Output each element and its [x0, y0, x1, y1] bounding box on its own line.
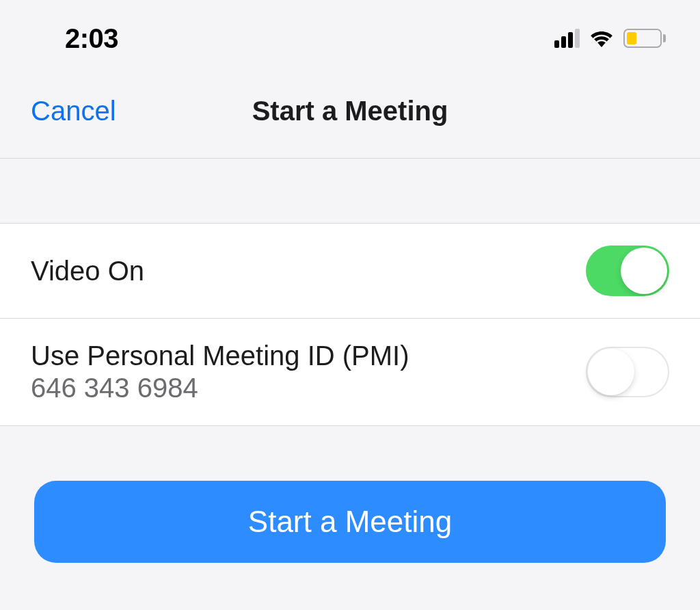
cellular-signal-icon — [554, 29, 580, 48]
nav-header: Cancel Start a Meeting — [0, 68, 700, 159]
cancel-button[interactable]: Cancel — [31, 96, 116, 127]
video-on-toggle[interactable] — [586, 246, 669, 296]
start-meeting-button[interactable]: Start a Meeting — [34, 481, 666, 563]
status-icons — [554, 27, 666, 50]
section-spacer — [0, 159, 700, 224]
wifi-icon — [588, 27, 615, 50]
status-bar: 2:03 — [0, 0, 700, 68]
action-container: Start a Meeting — [0, 426, 700, 563]
video-on-label: Video On — [31, 256, 144, 287]
pmi-row: Use Personal Meeting ID (PMI) 646 343 69… — [0, 319, 700, 426]
page-title: Start a Meeting — [252, 96, 448, 127]
pmi-value: 646 343 6984 — [31, 373, 409, 403]
pmi-toggle[interactable] — [586, 347, 669, 397]
status-time: 2:03 — [65, 23, 118, 54]
pmi-label: Use Personal Meeting ID (PMI) — [31, 341, 409, 371]
battery-icon — [623, 29, 666, 48]
video-on-row: Video On — [0, 224, 700, 319]
